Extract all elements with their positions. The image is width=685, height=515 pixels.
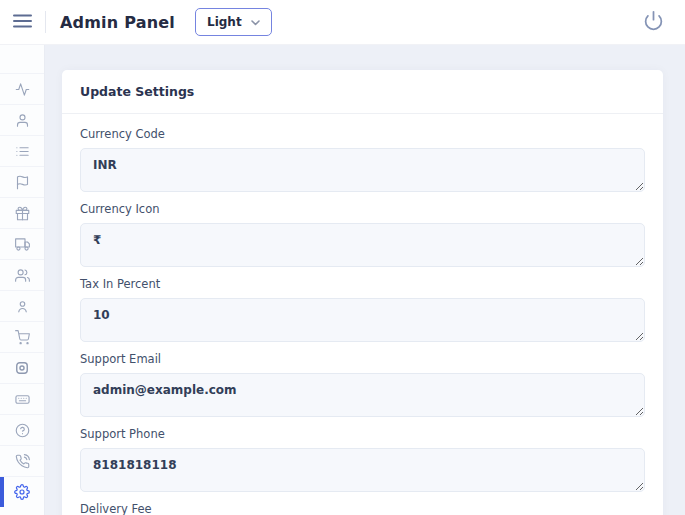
form-field-support-phone: Support Phone 8181818118: [80, 427, 645, 492]
keyboard-icon: [15, 392, 30, 407]
sidebar-item-cart[interactable]: [0, 321, 44, 352]
support-phone-textarea[interactable]: 8181818118: [80, 448, 645, 492]
field-label: Delivery Fee: [80, 502, 645, 515]
users-icon: [15, 268, 30, 283]
sidebar-item-activity[interactable]: [0, 73, 44, 104]
tax-in-percent-textarea[interactable]: 10: [80, 298, 645, 342]
shopping-cart-icon: [15, 330, 30, 345]
sidebar-item-gift[interactable]: [0, 197, 44, 228]
field-label: Tax In Percent: [80, 277, 645, 291]
currency-icon-textarea[interactable]: ₹: [80, 223, 645, 267]
settings-form: Currency Code INR Currency Icon ₹ Tax In…: [62, 114, 663, 515]
theme-dropdown-value: Light: [207, 15, 242, 29]
menu-toggle-button[interactable]: [0, 0, 45, 44]
header-divider: [45, 11, 46, 33]
form-field-tax-in-percent: Tax In Percent 10: [80, 277, 645, 342]
form-field-support-email: Support Email admin@example.com: [80, 352, 645, 417]
power-icon: [643, 10, 664, 34]
sidebar-item-user[interactable]: [0, 104, 44, 135]
sidebar-item-help[interactable]: [0, 414, 44, 445]
sidebar-item-list[interactable]: [0, 135, 44, 166]
field-label: Currency Icon: [80, 202, 645, 216]
help-circle-icon: [15, 423, 30, 438]
phone-call-icon: [15, 454, 30, 469]
page-title: Admin Panel: [60, 13, 175, 32]
sidebar-item-package[interactable]: [0, 352, 44, 383]
settings-gear-icon: [14, 484, 30, 500]
sidebar-item-support-call[interactable]: [0, 445, 44, 476]
logout-button[interactable]: [637, 6, 669, 38]
theme-dropdown[interactable]: Light: [195, 8, 272, 36]
form-field-currency-icon: Currency Icon ₹: [80, 202, 645, 267]
sidebar-item-settings[interactable]: [0, 476, 44, 507]
card-title: Update Settings: [62, 70, 663, 114]
sidebar-item-truck[interactable]: [0, 228, 44, 259]
form-field-currency-code: Currency Code INR: [80, 127, 645, 192]
activity-icon: [15, 82, 30, 97]
user-badge-icon: [15, 299, 30, 314]
user-icon: [15, 113, 30, 128]
sidebar-item-users[interactable]: [0, 259, 44, 290]
sidebar-item-flag[interactable]: [0, 166, 44, 197]
support-email-textarea[interactable]: admin@example.com: [80, 373, 645, 417]
field-label: Support Phone: [80, 427, 645, 441]
form-field-delivery-fee: Delivery Fee: [80, 502, 645, 515]
update-settings-card: Update Settings Currency Code INR Curren…: [62, 70, 663, 515]
package-icon: [15, 361, 29, 375]
hamburger-icon: [13, 14, 32, 31]
sidebar-item-keyboard[interactable]: [0, 383, 44, 414]
field-label: Support Email: [80, 352, 645, 366]
list-icon: [15, 144, 30, 159]
gift-icon: [15, 206, 30, 221]
main-content: Update Settings Currency Code INR Curren…: [45, 45, 685, 515]
admin-panel-app: Admin Panel Light: [0, 0, 685, 515]
app-header: Admin Panel Light: [0, 0, 685, 45]
sidebar-item-user-badge[interactable]: [0, 290, 44, 321]
chevron-down-icon: [251, 15, 260, 29]
currency-code-textarea[interactable]: INR: [80, 148, 645, 192]
flag-icon: [15, 175, 30, 190]
field-label: Currency Code: [80, 127, 645, 141]
truck-icon: [15, 237, 30, 252]
sidebar: [0, 45, 45, 515]
